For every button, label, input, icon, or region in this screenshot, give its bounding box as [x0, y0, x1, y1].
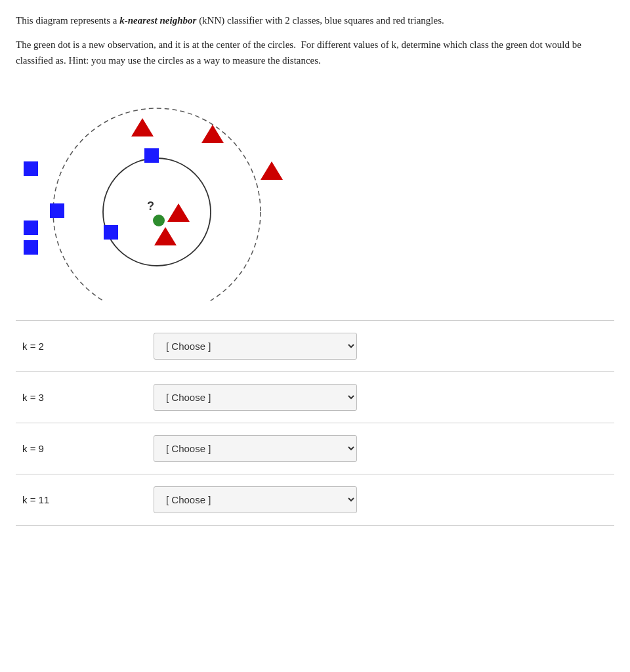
red-triangle-2 — [201, 125, 224, 143]
choose-select-2[interactable]: [ Choose ]Blue squareRed triangle — [154, 384, 357, 411]
select-cell-3: [ Choose ]Blue squareRed triangle — [147, 423, 614, 474]
select-cell-2: [ Choose ]Blue squareRed triangle — [147, 371, 614, 423]
k-label-1: k = 2 — [16, 320, 147, 371]
blue-square-6 — [104, 225, 118, 240]
select-cell-1: [ Choose ]Blue squareRed triangle — [147, 320, 614, 371]
knn-diagram-svg: ? — [16, 77, 298, 301]
knn-diagram: ? — [16, 77, 298, 301]
outer-circle — [53, 108, 261, 301]
select-cell-4: [ Choose ]Blue squareRed triangle — [147, 474, 614, 525]
blue-square-2 — [50, 203, 64, 218]
choose-select-4[interactable]: [ Choose ]Blue squareRed triangle — [154, 486, 357, 513]
question-mark: ? — [147, 200, 154, 213]
inner-circle — [103, 158, 211, 266]
blue-square-1 — [24, 161, 38, 176]
blue-square-3 — [24, 220, 38, 235]
question-row-2: k = 3[ Choose ]Blue squareRed triangle — [16, 371, 614, 423]
k-label-2: k = 3 — [16, 371, 147, 423]
k-label-3: k = 9 — [16, 423, 147, 474]
choose-select-1[interactable]: [ Choose ]Blue squareRed triangle — [154, 333, 357, 360]
blue-square-4 — [24, 240, 38, 255]
red-triangle-5 — [154, 227, 177, 245]
questions-table: k = 2[ Choose ]Blue squareRed trianglek … — [16, 320, 614, 526]
choose-select-3[interactable]: [ Choose ]Blue squareRed triangle — [154, 435, 357, 462]
question-row-3: k = 9[ Choose ]Blue squareRed triangle — [16, 423, 614, 474]
blue-square-5 — [144, 148, 159, 163]
question-row-1: k = 2[ Choose ]Blue squareRed triangle — [16, 320, 614, 371]
description-para2: The green dot is a new observation, and … — [16, 37, 614, 68]
red-triangle-4 — [167, 203, 190, 222]
k-label-4: k = 11 — [16, 474, 147, 525]
red-triangle-3 — [261, 161, 283, 180]
red-triangle-1 — [131, 118, 154, 136]
description-para1: This diagram represents a k-nearest neig… — [16, 13, 614, 28]
green-dot — [153, 215, 165, 226]
question-row-4: k = 11[ Choose ]Blue squareRed triangle — [16, 474, 614, 525]
